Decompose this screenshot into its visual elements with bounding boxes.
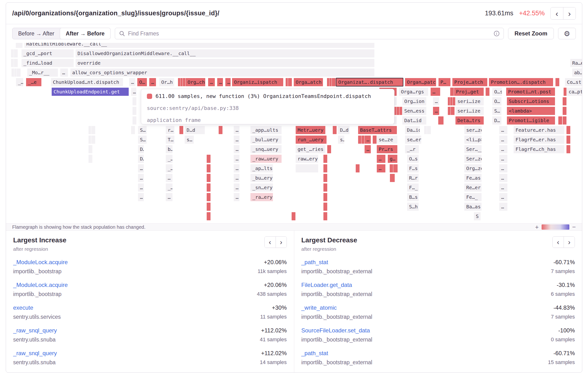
function-link[interactable]: _write_atomic (301, 304, 372, 311)
function-link[interactable]: execute (13, 304, 61, 311)
flame-frame[interactable] (566, 145, 570, 154)
flame-frame[interactable]: ser…ze (464, 126, 482, 134)
flame-frame[interactable]: … (60, 68, 68, 77)
flame-frame[interactable]: … (138, 174, 144, 182)
flame-frame[interactable]: … (138, 193, 144, 201)
flame-frame[interactable]: _app…ults (250, 126, 282, 134)
flame-frame[interactable] (14, 49, 18, 58)
flame-frame[interactable]: … (499, 202, 508, 211)
flame-frame[interactable]: Or…h (159, 78, 174, 87)
flame-frame[interactable] (323, 193, 327, 201)
flame-frame[interactable] (132, 107, 136, 115)
flame-frame[interactable]: O… (492, 97, 502, 106)
settings-button[interactable]: ⚙ (558, 28, 576, 39)
flame-frame[interactable]: … (499, 126, 508, 134)
flame-frame[interactable] (333, 126, 337, 134)
flame-frame[interactable] (218, 126, 223, 134)
flame-frame[interactable] (562, 97, 567, 106)
function-link[interactable]: _path_stat (301, 350, 372, 357)
flame-frame[interactable] (427, 126, 431, 134)
flame-frame[interactable]: … (131, 88, 136, 96)
flame-frame[interactable]: … (364, 135, 371, 144)
function-link[interactable]: _raw_snql_query (13, 350, 57, 357)
flame-frame[interactable]: D…d (338, 126, 350, 134)
flame-frame[interactable]: S… (492, 107, 502, 115)
flame-frame[interactable]: _raw…uery (250, 155, 282, 163)
flame-frame[interactable]: F…_ (407, 183, 419, 192)
flame-frame[interactable] (179, 126, 183, 134)
next-transaction-button[interactable]: › (563, 7, 576, 19)
flame-frame[interactable]: … (499, 164, 508, 173)
flame-frame[interactable]: … (430, 88, 441, 96)
flame-frame[interactable] (323, 155, 327, 163)
flame-frame[interactable] (323, 202, 327, 211)
flame-frame[interactable]: … (433, 97, 440, 106)
flame-frame[interactable] (206, 202, 211, 211)
flame-frame[interactable]: <li…p> (464, 135, 482, 144)
flame-frame[interactable] (555, 78, 559, 87)
flame-frame[interactable] (14, 59, 18, 67)
flame-frame[interactable]: … (499, 135, 508, 144)
flame-frame[interactable] (451, 107, 455, 115)
flame-frame[interactable] (206, 174, 211, 182)
flame-frame[interactable] (558, 116, 562, 125)
flame-frame[interactable]: _find…load (21, 59, 74, 67)
flame-frame[interactable]: _… (166, 183, 173, 192)
flame-frame[interactable]: … (129, 78, 136, 87)
flame-frame[interactable] (88, 155, 93, 163)
flame-frame[interactable] (566, 135, 570, 144)
flame-frame[interactable]: BaseT…attrs (358, 126, 397, 134)
flame-frame[interactable]: Organiz…ispatch (232, 78, 284, 87)
flame-frame[interactable] (288, 78, 292, 87)
flame-frame[interactable]: O…s (407, 155, 419, 163)
flame-frame[interactable]: DisallowedOrganizationMiddleware.__call_… (75, 49, 375, 58)
flame-frame[interactable]: D… (138, 155, 144, 163)
reset-zoom-button[interactable]: Reset Zoom (508, 28, 554, 39)
flame-frame[interactable]: Proj…get (454, 88, 484, 96)
flame-frame[interactable]: … (233, 183, 240, 192)
flame-frame[interactable] (566, 126, 570, 134)
flame-frame[interactable]: Co…st (565, 78, 582, 87)
flame-frame[interactable]: Metr…uery (295, 126, 326, 134)
flame-frame[interactable]: s… (338, 135, 345, 144)
flame-frame[interactable]: D…d (184, 126, 205, 134)
flame-frame[interactable]: run_…uery (295, 135, 327, 144)
function-link[interactable]: FileLoader.get_data (301, 282, 372, 288)
flame-frame[interactable]: ChunkUpload…nt.dispatch (51, 78, 123, 87)
flame-frame[interactable]: _… (166, 164, 173, 173)
function-link[interactable]: _raw_snql_query (13, 327, 57, 334)
flame-frame[interactable]: g… (388, 155, 398, 163)
flame-frame[interactable] (372, 135, 377, 144)
flame-frame[interactable]: Ser…__ (464, 145, 482, 154)
flame-frame[interactable]: … (138, 183, 144, 192)
flame-frame[interactable]: se…ze (377, 135, 398, 144)
flame-frame[interactable]: B…s (407, 193, 419, 201)
flame-frame[interactable]: … (377, 164, 386, 173)
flame-frame[interactable]: override (75, 59, 375, 67)
flame-frame[interactable]: FlagrFe…ch_has (513, 145, 565, 154)
flame-frame[interactable] (327, 145, 331, 154)
flame-frame[interactable] (323, 183, 327, 192)
flame-frame[interactable]: … (208, 78, 215, 87)
flame-frame[interactable]: … (138, 164, 144, 173)
flame-frame[interactable] (332, 78, 336, 87)
flame-frame[interactable] (206, 212, 211, 221)
flame-frame[interactable]: s… (184, 135, 194, 144)
flame-frame[interactable]: … (225, 78, 231, 87)
flame-frame[interactable]: r… (166, 126, 175, 134)
flame-frame[interactable]: _bul…uery (250, 135, 282, 144)
flame-frame[interactable]: Org…ion (402, 97, 427, 106)
flame-frame[interactable] (131, 126, 135, 134)
flame-frame[interactable]: Ba…as (464, 202, 482, 211)
flame-frame[interactable]: Ser…ze (464, 155, 482, 163)
flame-frame[interactable] (206, 155, 211, 163)
flame-frame[interactable]: … (217, 78, 223, 87)
flame-frame[interactable] (562, 107, 567, 115)
flame-frame[interactable] (132, 116, 136, 125)
flame-frame[interactable]: Pr…rs (377, 145, 398, 154)
find-frames-searchbar[interactable] (115, 28, 504, 39)
flame-frame[interactable]: _ap…lts (250, 164, 273, 173)
flame-frame[interactable]: … (233, 174, 240, 182)
flame-frame[interactable]: _… (166, 155, 173, 163)
flame-frame[interactable] (323, 212, 327, 221)
